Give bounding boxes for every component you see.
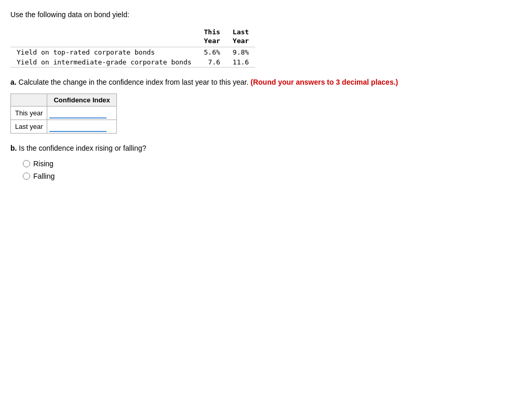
col-empty [10, 27, 198, 47]
table-row: Yield on intermediate-grade corporate bo… [10, 57, 255, 68]
radio-rising[interactable] [23, 160, 30, 167]
section-b-question: b. Is the confidence index rising or fal… [10, 144, 522, 152]
option-falling[interactable]: Falling [23, 172, 522, 180]
section-b-question-text: Is the confidence index rising or fallin… [19, 144, 146, 152]
section-a-q: Calculate the change in the confidence i… [19, 78, 249, 86]
section-b: b. Is the confidence index rising or fal… [10, 144, 522, 180]
answer-row-this-year: This year [11, 106, 117, 120]
bond-yield-table: ThisYear LastYear Yield on top-rated cor… [10, 27, 255, 68]
section-a-instruction: (Round your answers to 3 decimal places.… [250, 78, 398, 86]
last-year-input[interactable] [49, 121, 107, 132]
row-last-year-2: 11.6 [227, 57, 255, 68]
row-label-1: Yield on top-rated corporate bonds [10, 47, 198, 57]
confidence-index-table: Confidence Index This year Last year [10, 94, 117, 134]
answer-input-cell-this-year[interactable] [47, 106, 116, 120]
section-a: a. Calculate the change in the confidenc… [10, 78, 522, 134]
col-last-year: LastYear [227, 27, 255, 47]
row-last-year-1: 9.8% [227, 47, 255, 57]
table-row: Yield on top-rated corporate bonds 5.6% … [10, 47, 255, 57]
answer-row-last-year: Last year [11, 120, 117, 133]
intro-text: Use the following data on bond yield: [10, 10, 522, 19]
label-falling: Falling [33, 172, 55, 180]
radio-group-rising-falling: Rising Falling [23, 160, 522, 180]
section-a-question: a. Calculate the change in the confidenc… [10, 78, 522, 86]
col-this-year: ThisYear [198, 27, 227, 47]
row-this-year-2: 7.6 [198, 57, 227, 68]
option-rising[interactable]: Rising [23, 160, 522, 168]
answer-label-last-year: Last year [11, 120, 47, 133]
label-rising: Rising [33, 160, 54, 168]
answer-input-cell-last-year[interactable] [47, 120, 116, 133]
section-b-label: b. [10, 144, 17, 152]
row-this-year-1: 5.6% [198, 47, 227, 57]
radio-falling[interactable] [23, 173, 30, 180]
section-a-label: a. [10, 78, 17, 86]
answer-col-empty [11, 94, 47, 106]
this-year-input[interactable] [49, 108, 107, 118]
row-label-2: Yield on intermediate-grade corporate bo… [10, 57, 198, 68]
answer-col-header: Confidence Index [47, 94, 116, 106]
answer-label-this-year: This year [11, 106, 47, 120]
